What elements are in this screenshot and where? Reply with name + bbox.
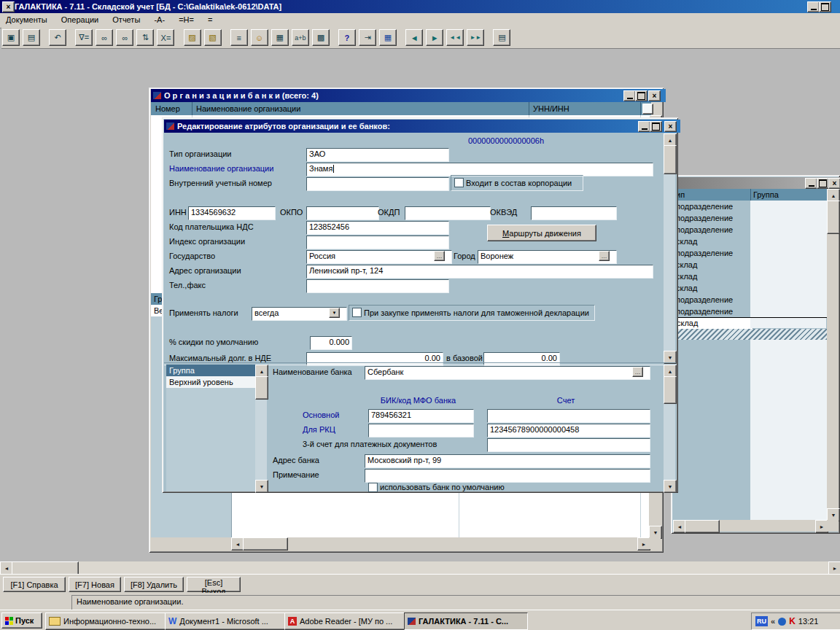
okpo-field[interactable] — [306, 206, 379, 220]
phone-field[interactable] — [306, 279, 449, 293]
copy-icon[interactable]: ▣ — [2, 29, 20, 46]
hide-icons-chevron[interactable]: « — [771, 617, 775, 626]
discount-field[interactable]: 0.000 — [310, 336, 352, 350]
table-row[interactable]: подразделение — [673, 247, 827, 259]
table-row[interactable]: склад — [673, 282, 827, 294]
scroll-thumb[interactable] — [685, 520, 720, 533]
scroll-thumb[interactable] — [827, 201, 840, 234]
okdp-field[interactable] — [405, 206, 491, 220]
country-field[interactable]: Россия — [306, 250, 452, 264]
dialog-lower-scrollbar[interactable]: ▲ ▼ — [664, 365, 675, 491]
third-account-field[interactable] — [487, 438, 650, 452]
esc-exit-button[interactable]: [Esc] Выход — [187, 577, 241, 592]
minimize-button[interactable] — [807, 1, 820, 12]
main-bik-field[interactable]: 789456321 — [368, 409, 474, 423]
scroll-thumb[interactable] — [664, 376, 677, 404]
rkc-account-field[interactable]: 12345678900000000458 — [487, 424, 650, 438]
rkc-bik-field[interactable] — [368, 424, 474, 438]
table-icon[interactable]: ▦ — [379, 29, 397, 46]
table-row[interactable]: подразделение — [673, 294, 827, 306]
undo-icon[interactable]: ↶ — [49, 29, 66, 46]
main-title-bar[interactable]: ГАЛАКТИКА - 7.11 - Складской учет [БД - … — [0, 0, 840, 13]
rw-v-scrollbar[interactable]: ▲ ▼ — [827, 189, 839, 520]
filter-icon[interactable]: ∇= — [75, 29, 93, 46]
taskbar-task-word[interactable]: W Документ1 - Microsoft ... — [165, 612, 289, 630]
sort-filter-icon[interactable]: ⇅ — [136, 29, 154, 46]
scroll-thumb[interactable] — [243, 537, 288, 551]
rw-minimize-button[interactable] — [805, 178, 817, 189]
print-icon[interactable]: ▤ — [493, 29, 510, 46]
bank-name-field[interactable]: Сбербанк — [365, 366, 650, 380]
scroll-down-icon[interactable]: ▼ — [255, 480, 268, 493]
save-folder-icon[interactable]: ▧ — [204, 29, 222, 46]
taskbar-task-galaktika[interactable]: ГАЛАКТИКА - 7.11 - С... — [404, 612, 528, 630]
org-index-field[interactable] — [306, 236, 449, 249]
menu-a[interactable]: -А- — [148, 13, 171, 27]
binoculars-plus-icon[interactable]: ∞ — [116, 29, 133, 46]
f7-new-button[interactable]: [F7] Новая — [69, 577, 121, 592]
taskbar-task-adobe[interactable]: A Adobe Reader - [МУ по ... — [284, 612, 408, 630]
rw-close-button[interactable]: × — [828, 178, 840, 189]
f1-help-button[interactable]: [F1] Справка — [3, 577, 66, 592]
org-minimize-button[interactable] — [623, 90, 636, 101]
table-row[interactable]: подразделение — [673, 212, 827, 224]
open-folder-icon[interactable]: ▨ — [184, 29, 201, 46]
column-options-button[interactable] — [642, 104, 653, 114]
ab-expression-icon[interactable]: a+b — [292, 29, 309, 46]
bank-address-field[interactable]: Московский пр-т, 99 — [365, 454, 650, 468]
country-picker-button[interactable]: … — [434, 251, 445, 261]
table-row[interactable]: склад — [673, 271, 827, 282]
close-button[interactable]: × — [2, 1, 15, 12]
scroll-thumb[interactable] — [664, 145, 677, 174]
note-field[interactable] — [365, 469, 650, 483]
clock-icon[interactable]: ☺ — [251, 29, 268, 46]
formula-filter-icon[interactable]: X= — [157, 29, 174, 46]
rw-maximize-button[interactable] — [817, 178, 829, 189]
dialog-group-scrollbar[interactable]: ▲ ▼ — [255, 365, 267, 491]
protocol-list-icon[interactable]: ≡ — [230, 29, 248, 46]
help-icon[interactable]: ? — [338, 29, 356, 46]
menu-reports[interactable]: Отчеты — [106, 13, 146, 27]
city-picker-button[interactable]: … — [599, 251, 610, 261]
calculator-icon[interactable]: ▦ — [271, 29, 289, 46]
notepad-icon[interactable]: ▩ — [312, 29, 330, 46]
main-account-field[interactable] — [487, 409, 650, 423]
dialog-close-button[interactable]: × — [664, 121, 677, 132]
menu-n[interactable]: =Н= — [173, 13, 200, 27]
inn-field[interactable]: 1334569632 — [188, 206, 276, 220]
okved-field[interactable] — [531, 206, 617, 220]
language-indicator[interactable]: RU — [755, 616, 768, 626]
table-row[interactable]: склад — [673, 236, 827, 247]
customs-taxes-checkbox[interactable] — [352, 308, 362, 317]
corporation-checkbox[interactable] — [454, 178, 464, 187]
bank-picker-button[interactable]: … — [632, 367, 643, 377]
scroll-thumb[interactable] — [255, 376, 268, 400]
apply-taxes-dropdown-icon[interactable]: ▼ — [329, 308, 340, 318]
org-maximize-button[interactable] — [635, 90, 648, 101]
vat-code-field[interactable]: 123852456 — [306, 221, 449, 235]
table-row[interactable]: подразделение — [673, 201, 827, 212]
org-type-field[interactable]: ЗАО — [306, 148, 449, 162]
scroll-down-icon[interactable]: ▼ — [664, 480, 677, 493]
table-row[interactable]: подразделение — [673, 306, 827, 317]
dialog-minimize-button[interactable] — [638, 121, 650, 132]
menu-documents[interactable]: Документы — [0, 13, 53, 27]
org-window-title-bar[interactable]: О р г а н и з а ц и и и б а н к и (всего… — [151, 89, 666, 102]
rw-h-scrollbar[interactable]: ◄ ► — [673, 520, 827, 532]
org-h-scrollbar[interactable]: ◄ ► — [231, 537, 649, 549]
dialog-title-bar[interactable]: Редактирование атрибутов организации и е… — [164, 120, 680, 133]
address-field[interactable]: Ленинский пр-т, 124 — [306, 265, 653, 279]
last-record-icon[interactable]: ►► — [467, 29, 484, 46]
kaspersky-icon[interactable]: K — [789, 616, 796, 626]
org-close-button[interactable]: × — [648, 90, 661, 101]
dialog-maximize-button[interactable] — [650, 121, 662, 132]
exit-icon[interactable]: ⇥ — [359, 29, 376, 46]
f8-delete-button[interactable]: [F8] Удалить — [124, 577, 184, 592]
start-button[interactable]: Пуск — [1, 612, 42, 629]
menu-eq[interactable]: = — [202, 13, 218, 27]
routes-button[interactable]: Маршруты движения — [487, 225, 596, 241]
first-record-icon[interactable]: ◄◄ — [446, 29, 464, 46]
internal-number-field[interactable] — [306, 177, 449, 191]
maximize-button[interactable] — [819, 1, 831, 12]
next-record-icon[interactable]: ► — [426, 29, 443, 46]
